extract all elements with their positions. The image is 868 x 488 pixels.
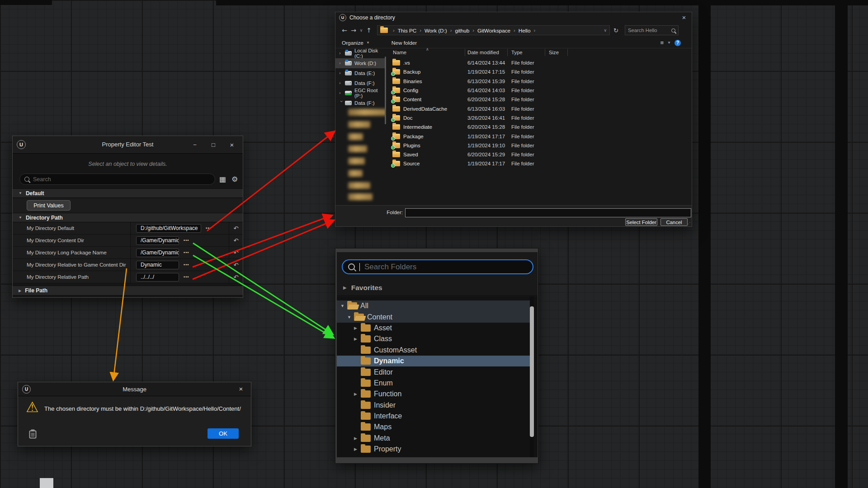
resize-grip[interactable] <box>686 221 691 226</box>
file-row[interactable]: Saved 6/20/2024 15:29 File folder <box>387 150 692 159</box>
reset-to-default-icon[interactable] <box>234 237 239 244</box>
ok-button[interactable]: OK <box>208 428 239 439</box>
breadcrumb-item[interactable]: github <box>455 28 477 33</box>
file-row[interactable]: DerivedDataCache 6/13/2024 16:03 File fo… <box>387 104 692 113</box>
expand-chevron-icon[interactable] <box>339 60 344 66</box>
copy-to-clipboard-icon[interactable] <box>29 429 37 441</box>
file-row[interactable]: Backup 1/19/2024 17:15 File folder <box>387 67 692 76</box>
browse-ellipsis-button[interactable] <box>184 275 189 279</box>
tree-expand-arrow-icon[interactable] <box>354 337 361 341</box>
back-icon[interactable]: ← <box>340 27 349 34</box>
breadcrumb-item[interactable]: GitWorkspace <box>477 28 519 33</box>
reset-to-default-icon[interactable] <box>234 225 239 232</box>
section-header-directory-path[interactable]: Directory Path <box>13 213 243 222</box>
directory-value-field[interactable]: ../../../ <box>136 273 179 282</box>
browse-ellipsis-button[interactable] <box>184 263 189 267</box>
file-row[interactable]: Intermediate 6/20/2024 15:28 File folder <box>387 122 692 131</box>
expand-chevron-icon[interactable] <box>339 80 344 85</box>
help-icon[interactable] <box>675 40 681 46</box>
sidebar-item-drive[interactable]: Data (F:) <box>335 78 386 88</box>
tree-expand-arrow-icon[interactable] <box>354 326 361 330</box>
address-dropdown-chevron-icon[interactable]: ∨ <box>604 28 607 33</box>
reset-to-default-icon[interactable] <box>234 262 239 268</box>
column-header-date-modified[interactable]: Date modified <box>465 49 508 56</box>
search-folders-box[interactable] <box>342 259 533 274</box>
forward-icon[interactable]: → <box>349 27 358 34</box>
sidebar-item-drive[interactable]: Data (E:) <box>335 68 386 78</box>
browse-ellipsis-button[interactable] <box>184 238 189 243</box>
dialog-title-bar[interactable]: Choose a directory <box>335 12 692 23</box>
select-folder-button[interactable]: Select Folder <box>625 218 657 226</box>
folder-tree-row[interactable]: Editor <box>337 366 531 377</box>
section-header-default[interactable]: Default <box>13 188 243 198</box>
sidebar-item-drive[interactable]: Data (F:) <box>335 98 386 108</box>
dialog-title-bar[interactable]: Message <box>18 382 251 396</box>
column-header-type[interactable]: Type <box>508 49 545 56</box>
file-row[interactable]: Binaries 6/13/2024 15:39 File folder <box>387 77 692 86</box>
reset-to-default-icon[interactable] <box>234 249 239 256</box>
refresh-icon[interactable] <box>613 27 618 34</box>
folder-tree-row[interactable]: Class <box>337 333 531 344</box>
file-row[interactable]: Config 6/14/2024 14:03 File folder <box>387 86 692 95</box>
sidebar-item-drive[interactable]: Local Disk (C:) <box>335 48 386 58</box>
close-icon[interactable] <box>227 141 236 150</box>
sidebar-scrollbar[interactable] <box>385 56 386 124</box>
breadcrumb-item[interactable]: Hello <box>519 28 538 33</box>
folder-tree-row[interactable]: Asset <box>337 323 531 333</box>
search-input[interactable] <box>33 176 210 183</box>
breadcrumb[interactable]: This PCWork (D:)githubGitWorkspaceHello … <box>377 25 610 35</box>
file-row[interactable]: Plugins 1/19/2024 19:10 File folder <box>387 141 692 150</box>
favorites-section[interactable]: Favorites <box>337 280 538 296</box>
display-options-icon[interactable] <box>219 175 226 183</box>
search-box[interactable] <box>19 174 215 185</box>
expand-chevron-icon[interactable] <box>339 90 344 95</box>
expand-chevron-icon[interactable] <box>339 70 344 75</box>
file-row[interactable]: Doc 3/26/2024 16:41 File folder <box>387 113 692 122</box>
new-folder-button[interactable]: New folder <box>392 40 417 46</box>
print-values-button[interactable]: Print Values <box>27 200 71 211</box>
maximize-icon[interactable] <box>209 141 218 150</box>
cancel-button[interactable]: Cancel <box>660 218 688 226</box>
breadcrumb-item[interactable]: Work (D:) <box>425 28 455 33</box>
file-row[interactable]: .vs 6/14/2024 13:44 File folder <box>387 58 692 67</box>
folder-tree-row[interactable]: CustomAsset <box>337 345 531 356</box>
close-icon[interactable] <box>236 385 245 394</box>
gear-icon[interactable] <box>231 175 238 183</box>
folder-tree-row[interactable]: All <box>337 300 531 311</box>
view-mode-icon[interactable] <box>660 39 664 46</box>
browse-ellipsis-button[interactable] <box>206 226 211 230</box>
reset-to-default-icon[interactable] <box>234 274 239 281</box>
directory-value-field[interactable]: Dynamic <box>136 261 179 269</box>
file-row[interactable]: Source 1/19/2024 17:17 File folder <box>387 159 692 168</box>
folder-tree-row[interactable]: Insider <box>337 400 531 411</box>
minimize-icon[interactable] <box>190 141 199 150</box>
expand-arrow-icon[interactable] <box>343 285 347 290</box>
column-header-size[interactable]: Size <box>545 49 568 56</box>
search-box[interactable] <box>625 25 679 35</box>
section-expand-icon[interactable] <box>19 289 21 293</box>
folder-tree-row[interactable]: Meta <box>337 433 531 444</box>
tree-expand-arrow-icon[interactable] <box>354 436 361 441</box>
browse-ellipsis-button[interactable] <box>184 250 189 255</box>
folder-name-input[interactable] <box>405 208 691 217</box>
close-icon[interactable] <box>680 14 688 22</box>
expand-chevron-icon[interactable] <box>339 50 344 56</box>
tree-expand-arrow-icon[interactable] <box>347 315 354 319</box>
folder-tree-row[interactable]: Dynamic <box>337 356 531 366</box>
window-title-bar[interactable]: Property Editor Test <box>13 136 243 154</box>
directory-value-field[interactable]: /Game/Dynamic <box>136 249 179 257</box>
sidebar-item-drive[interactable]: EGC Root (P:) <box>335 88 386 98</box>
directory-value-field[interactable]: /Game/Dynamic <box>136 236 179 245</box>
folder-tree-row[interactable]: Enum <box>337 378 531 389</box>
search-folders-input[interactable] <box>364 263 527 272</box>
folder-tree-row[interactable]: Maps <box>337 422 531 432</box>
section-collapse-icon[interactable] <box>19 216 22 220</box>
file-row[interactable]: Content 6/20/2024 15:28 File folder <box>387 95 692 104</box>
view-mode-chevron-icon[interactable]: ▼ <box>667 41 671 45</box>
breadcrumb-item[interactable]: This PC <box>398 28 425 33</box>
tree-expand-arrow-icon[interactable] <box>340 304 347 308</box>
organize-menu[interactable]: Organize ▼ <box>342 40 370 46</box>
tree-scrollbar-thumb[interactable] <box>530 306 534 437</box>
folder-tree-row[interactable]: Property <box>337 444 531 455</box>
section-header-file-path[interactable]: File Path <box>13 286 243 296</box>
